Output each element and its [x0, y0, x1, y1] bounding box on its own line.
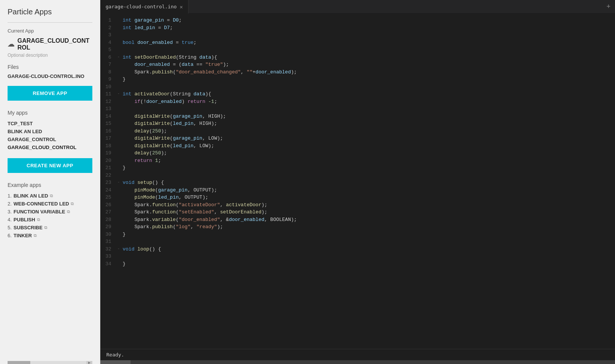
- code-line-10: 10: [100, 83, 615, 91]
- example-blink-led[interactable]: BLINK AN LED: [14, 193, 48, 199]
- code-line-16: 16 delay(250);: [100, 128, 615, 135]
- my-apps-label: My apps: [8, 110, 92, 116]
- remove-app-button[interactable]: REMOVE APP: [8, 86, 92, 101]
- sidebar-scrollbar-thumb[interactable]: [8, 361, 30, 364]
- code-editor[interactable]: 1 int garage_pin = D0; 2 int led_pin = D…: [100, 14, 615, 349]
- code-line-30: 30 }: [100, 231, 615, 238]
- code-line-9: 9 }: [100, 76, 615, 83]
- status-text: Ready.: [106, 352, 124, 358]
- code-line-32: 32 - void loop() {: [100, 246, 615, 253]
- example-tinker-icon: ⧉: [34, 233, 37, 238]
- code-line-25: 25 pinMode(led_pin, OUTPUT);: [100, 194, 615, 201]
- example-function-variable[interactable]: FUNCTION VARIABLE: [14, 209, 65, 215]
- current-app-name: ☁ GARAGE_CLOUD_CONTROL: [8, 37, 92, 51]
- code-line-18: 18 digitalWrite(led_pin, LOW);: [100, 142, 615, 150]
- example-item-5: 5. SUBSCRIBE ⧉: [8, 224, 92, 232]
- code-line-27: 27 Spark.function("setEnabled", setDoorE…: [100, 208, 615, 216]
- sidebar-divider: [8, 22, 92, 23]
- sidebar-horizontal-scrollbar[interactable]: ▶: [8, 361, 92, 364]
- example-publish-icon: ⧉: [37, 217, 40, 222]
- code-line-31: 31: [100, 238, 615, 246]
- code-line-29: 29 Spark.publish("log", "ready");: [100, 223, 615, 231]
- scrollbar-track[interactable]: [100, 360, 615, 364]
- tab-close-icon[interactable]: ✕: [180, 4, 183, 10]
- code-line-12: 12 if(!door_enabled) return -1;: [100, 98, 615, 106]
- example-subscribe-icon: ⧉: [44, 225, 47, 230]
- example-subscribe[interactable]: SUBSCRIBE: [14, 225, 43, 230]
- example-tinker[interactable]: TINKER: [14, 233, 32, 238]
- add-tab-button[interactable]: +: [602, 0, 615, 14]
- code-line-33: 33: [100, 253, 615, 260]
- sidebar-title: Particle Apps: [8, 8, 92, 16]
- example-item-1: 1. BLINK AN LED ⧉: [8, 192, 92, 200]
- app-item-blink-led[interactable]: BLINK AN LED: [8, 128, 92, 135]
- example-web-connected-led-icon: ⧉: [71, 201, 74, 206]
- app-item-tcp-test[interactable]: TCP_TEST: [8, 120, 92, 128]
- create-new-app-button[interactable]: CREATE NEW APP: [8, 158, 92, 173]
- files-label: Files: [8, 64, 92, 70]
- example-web-connected-led[interactable]: WEB-CONNECTED LED: [14, 201, 69, 207]
- example-apps-list: 1. BLINK AN LED ⧉ 2. WEB-CONNECTED LED ⧉…: [8, 192, 92, 240]
- code-line-3: 3: [100, 31, 615, 39]
- code-line-7: 7 door_enabled = (data == "true");: [100, 61, 615, 68]
- current-app-label: Current App: [8, 28, 92, 34]
- example-item-3: 3. FUNCTION VARIABLE ⧉: [8, 208, 92, 216]
- main-editor-area: garage-cloud-control.ino ✕ + 1 int garag…: [100, 0, 615, 364]
- code-line-23: 23 - void setup() {: [100, 179, 615, 187]
- code-line-14: 14 digitalWrite(garage_pin, HIGH);: [100, 113, 615, 120]
- code-line-6: 6 - int setDoorEnabled(String data){: [100, 54, 615, 61]
- code-line-4: 4 bool door_enabled = true;: [100, 39, 615, 47]
- editor-tab[interactable]: garage-cloud-control.ino ✕: [100, 0, 188, 14]
- cloud-icon: ☁: [8, 40, 14, 48]
- code-line-19: 19 delay(250);: [100, 149, 615, 157]
- tab-bar: garage-cloud-control.ino ✕ +: [100, 0, 615, 14]
- example-item-2: 2. WEB-CONNECTED LED ⧉: [8, 200, 92, 208]
- example-blink-led-icon: ⧉: [50, 193, 53, 198]
- code-line-34: 34 }: [100, 260, 615, 268]
- sidebar: Particle Apps Current App ☁ GARAGE_CLOUD…: [0, 0, 100, 364]
- horizontal-scrollbar[interactable]: [100, 360, 615, 364]
- status-bar: Ready.: [100, 349, 615, 360]
- tab-label: garage-cloud-control.ino: [106, 4, 177, 9]
- scrollbar-thumb[interactable]: [100, 360, 131, 364]
- code-line-8: 8 Spark.publish("door_enabled_changed", …: [100, 68, 615, 76]
- scroll-right-arrow[interactable]: ▶: [86, 361, 92, 364]
- example-function-variable-icon: ⧉: [67, 209, 70, 214]
- app-list: TCP_TEST BLINK AN LED GARAGE_CONTROL GAR…: [8, 120, 92, 151]
- code-line-2: 2 int led_pin = D7;: [100, 24, 615, 32]
- code-line-24: 24 pinMode(garage_pin, OUTPUT);: [100, 187, 615, 194]
- code-line-17: 17 digitalWrite(garage_pin, LOW);: [100, 135, 615, 142]
- code-line-11: 11 - int activateDoor(String data){: [100, 90, 615, 98]
- code-line-28: 28 Spark.variable("door_enabled", &door_…: [100, 216, 615, 224]
- example-item-4: 4. PUBLISH ⧉: [8, 216, 92, 224]
- file-link[interactable]: GARAGE-CLOUD-CONTROL.INO: [8, 73, 92, 80]
- current-app-desc: Optional description: [8, 53, 92, 58]
- example-item-6: 6. TINKER ⧉: [8, 232, 92, 240]
- code-line-26: 26 Spark.function("activateDoor", activa…: [100, 201, 615, 209]
- app-item-garage-control[interactable]: GARAGE_CONTROL: [8, 135, 92, 143]
- code-line-22: 22: [100, 172, 615, 179]
- code-line-13: 13: [100, 105, 615, 113]
- code-line-20: 20 return 1;: [100, 157, 615, 165]
- example-apps-label: Example apps: [8, 182, 92, 188]
- code-line-21: 21 }: [100, 164, 615, 172]
- code-line-1: 1 int garage_pin = D0;: [100, 17, 615, 24]
- app-item-garage-cloud-control[interactable]: GARAGE_CLOUD_CONTROL: [8, 143, 92, 151]
- code-line-15: 15 digitalWrite(led_pin, HIGH);: [100, 120, 615, 128]
- code-line-5: 5: [100, 46, 615, 54]
- example-publish[interactable]: PUBLISH: [14, 217, 35, 222]
